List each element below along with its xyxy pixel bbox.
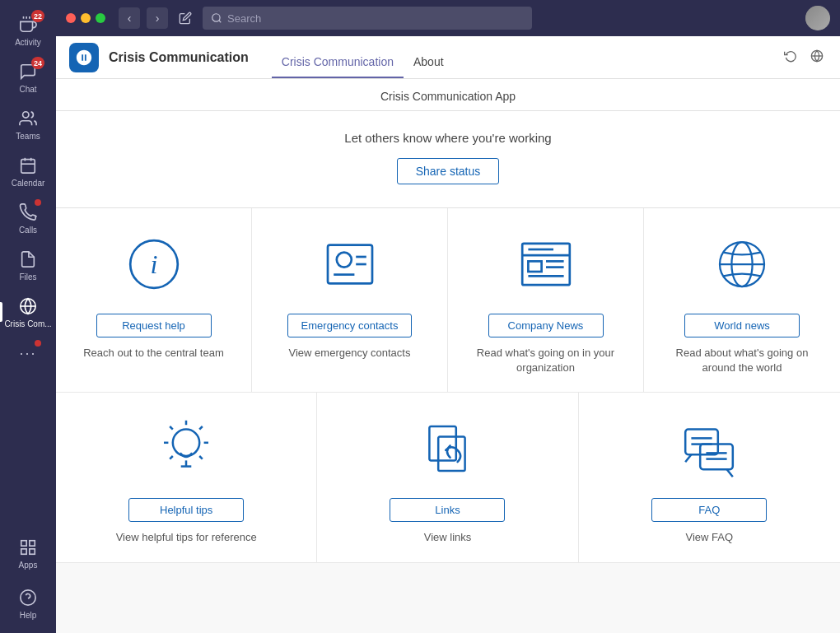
sidebar-item-activity[interactable]: 22 Activity bbox=[0, 7, 56, 54]
maximize-button[interactable] bbox=[96, 13, 105, 23]
sidebar-item-crisis-label: Crisis Com... bbox=[4, 319, 51, 328]
card-helpful-tips: Helpful tips View helpful tips for refer… bbox=[56, 393, 317, 561]
sidebar-item-files-label: Files bbox=[19, 272, 36, 282]
titlebar: ‹ › bbox=[56, 0, 840, 36]
minimize-button[interactable] bbox=[81, 13, 91, 23]
sidebar-item-apps[interactable]: Apps bbox=[0, 529, 56, 576]
company-news-button[interactable]: Company News bbox=[488, 314, 604, 337]
app-tabs: Crisis Communication About bbox=[272, 36, 454, 78]
emergency-contacts-button[interactable]: Emergency contacts bbox=[287, 314, 413, 337]
sidebar-item-chat[interactable]: 24 Chat bbox=[0, 54, 56, 100]
crisis-icon bbox=[16, 295, 40, 318]
cards-container: i Request help Reach out to the central … bbox=[56, 208, 840, 563]
back-button[interactable]: ‹ bbox=[119, 7, 140, 29]
card-request-help: i Request help Reach out to the central … bbox=[56, 208, 252, 392]
search-input[interactable] bbox=[227, 12, 524, 25]
app-header: Crisis Communication Crisis Communicatio… bbox=[56, 36, 840, 79]
helpful-tips-icon bbox=[153, 416, 219, 482]
share-status-button[interactable]: Share status bbox=[397, 158, 500, 184]
search-bar[interactable] bbox=[203, 7, 532, 30]
request-help-icon: i bbox=[121, 231, 187, 297]
sidebar-item-teams[interactable]: Teams bbox=[0, 100, 56, 147]
card-company-news: Company News Read what's going on in you… bbox=[448, 208, 644, 392]
sidebar-item-more[interactable]: ··· bbox=[0, 335, 56, 373]
globe-button[interactable] bbox=[807, 46, 827, 69]
activity-icon: 22 bbox=[16, 13, 40, 36]
faq-desc: View FAQ bbox=[686, 530, 734, 545]
svg-rect-52 bbox=[701, 444, 734, 470]
status-text: Let others know where you're working bbox=[56, 131, 840, 145]
sidebar-item-help[interactable]: Help bbox=[0, 579, 56, 626]
sidebar-item-files[interactable]: Files bbox=[0, 241, 56, 288]
emergency-contacts-desc: View emergency contacts bbox=[289, 346, 411, 361]
sidebar-item-teams-label: Teams bbox=[16, 132, 40, 141]
card-world-news: World news Read about what's going on ar… bbox=[644, 208, 840, 392]
svg-rect-47 bbox=[430, 426, 456, 460]
faq-icon bbox=[676, 416, 742, 482]
svg-rect-4 bbox=[21, 160, 35, 174]
svg-point-23 bbox=[336, 253, 351, 268]
sidebar: 22 Activity 24 Chat Teams bbox=[0, 0, 56, 633]
sidebar-item-calls[interactable]: Calls bbox=[0, 194, 56, 241]
chat-icon: 24 bbox=[16, 60, 40, 83]
refresh-button[interactable] bbox=[781, 46, 800, 69]
compose-button[interactable] bbox=[175, 7, 196, 29]
svg-point-16 bbox=[212, 14, 220, 21]
cards-row-1: i Request help Reach out to the central … bbox=[56, 208, 840, 393]
faq-button[interactable]: FAQ bbox=[651, 498, 767, 522]
svg-rect-11 bbox=[30, 541, 35, 546]
svg-point-3 bbox=[23, 112, 29, 118]
sidebar-item-calendar[interactable]: Calendar bbox=[0, 147, 56, 194]
world-news-desc: Read about what's going on around the wo… bbox=[668, 346, 816, 375]
app-icon bbox=[69, 43, 99, 72]
svg-rect-29 bbox=[528, 261, 541, 272]
request-help-button[interactable]: Request help bbox=[96, 314, 212, 337]
main-content: ‹ › Crisis Communication Crisi bbox=[56, 0, 840, 633]
cards-row-2: Helpful tips View helpful tips for refer… bbox=[56, 393, 840, 562]
search-icon bbox=[211, 12, 222, 24]
help-icon bbox=[16, 586, 40, 609]
world-news-button[interactable]: World news bbox=[684, 314, 800, 337]
svg-text:i: i bbox=[150, 249, 157, 279]
tab-crisis-communication[interactable]: Crisis Communication bbox=[272, 55, 404, 78]
calls-icon bbox=[16, 201, 40, 224]
app-title: Crisis Communication bbox=[109, 50, 249, 65]
calendar-icon bbox=[16, 154, 40, 177]
tab-about[interactable]: About bbox=[404, 55, 454, 78]
svg-line-46 bbox=[170, 456, 173, 459]
more-badge bbox=[35, 340, 41, 347]
svg-line-44 bbox=[170, 426, 173, 430]
files-icon bbox=[16, 248, 40, 271]
teams-icon bbox=[16, 107, 40, 130]
company-news-desc: Read what's going on in your organizatio… bbox=[472, 346, 620, 375]
svg-rect-10 bbox=[21, 541, 26, 546]
request-help-desc: Reach out to the central team bbox=[83, 346, 224, 361]
calls-badge bbox=[35, 199, 41, 206]
svg-line-41 bbox=[199, 426, 203, 430]
sidebar-item-calls-label: Calls bbox=[19, 226, 37, 235]
app-banner-title: Crisis Communication App bbox=[380, 90, 516, 103]
world-news-icon bbox=[709, 231, 775, 297]
forward-button[interactable]: › bbox=[147, 7, 168, 29]
sidebar-item-help-label: Help bbox=[20, 611, 37, 620]
emergency-contacts-icon bbox=[317, 231, 383, 297]
activity-badge: 22 bbox=[31, 10, 44, 22]
app-banner: Crisis Communication App bbox=[56, 79, 840, 111]
window-controls bbox=[66, 13, 105, 23]
svg-rect-13 bbox=[21, 549, 26, 554]
close-button[interactable] bbox=[66, 13, 76, 23]
sidebar-item-crisis[interactable]: Crisis Com... bbox=[0, 288, 56, 335]
sidebar-item-chat-label: Chat bbox=[19, 85, 36, 94]
avatar bbox=[805, 6, 830, 30]
helpful-tips-desc: View helpful tips for reference bbox=[116, 530, 257, 545]
sidebar-item-apps-label: Apps bbox=[19, 561, 38, 570]
links-icon bbox=[414, 416, 480, 482]
app-header-actions bbox=[781, 46, 827, 69]
more-icon: ··· bbox=[16, 342, 40, 365]
links-button[interactable]: Links bbox=[390, 498, 505, 522]
company-news-icon bbox=[513, 231, 579, 297]
content-area: Crisis Communication App Let others know… bbox=[56, 79, 840, 633]
svg-point-14 bbox=[21, 590, 35, 605]
helpful-tips-button[interactable]: Helpful tips bbox=[128, 498, 244, 522]
chat-badge: 24 bbox=[31, 57, 44, 69]
